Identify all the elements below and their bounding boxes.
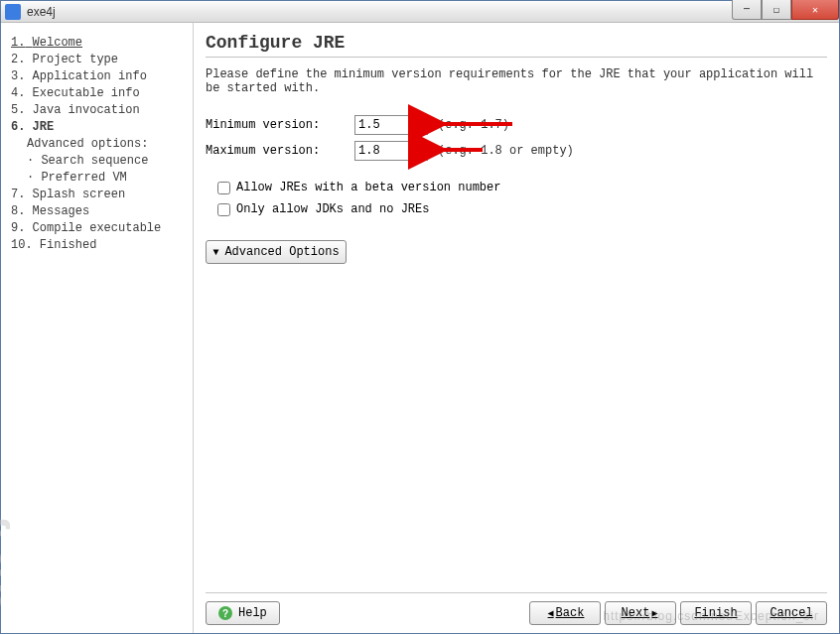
back-button[interactable]: ◀Back	[529, 601, 601, 625]
page-title: Configure JRE	[206, 33, 827, 53]
max-version-hint: (e.g. 1.8 or empty)	[438, 144, 574, 158]
advanced-options-label: Advanced Options	[224, 245, 339, 259]
sidebar: 1. Welcome 2. Project type 3. Applicatio…	[1, 23, 193, 633]
chevron-down-icon: ▼	[212, 247, 218, 258]
content-area: 1. Welcome 2. Project type 3. Applicatio…	[1, 23, 839, 633]
minimize-button[interactable]: ─	[732, 0, 762, 20]
titlebar[interactable]: exe4j ─ ☐ ✕	[1, 1, 839, 23]
only-jdk-checkbox[interactable]	[217, 203, 230, 216]
source-watermark: https://blog.csdn.net/Exception_sir	[603, 609, 819, 623]
min-version-hint: (e.g. 1.7)	[438, 118, 509, 132]
step-messages[interactable]: 8. Messages	[11, 203, 183, 220]
main-panel: Configure JRE Please define the minimum …	[193, 23, 839, 633]
beta-checkbox-row: Allow JREs with a beta version number	[217, 181, 827, 194]
help-button[interactable]: ? Help	[206, 601, 280, 625]
step-application-info[interactable]: 3. Application info	[11, 68, 183, 85]
app-window: exe4j ─ ☐ ✕ 1. Welcome 2. Project type 3…	[0, 0, 840, 634]
window-controls: ─ ☐ ✕	[732, 0, 839, 20]
close-button[interactable]: ✕	[791, 0, 839, 20]
help-icon: ?	[218, 606, 232, 620]
max-version-row: Maximum version: (e.g. 1.8 or empty)	[206, 141, 827, 161]
max-version-label: Maximum version:	[206, 144, 354, 158]
min-version-input[interactable]	[354, 115, 428, 135]
step-welcome[interactable]: 1. Welcome	[11, 35, 183, 52]
max-version-input[interactable]	[354, 141, 428, 161]
step-executable-info[interactable]: 4. Executable info	[11, 85, 183, 102]
sidebar-watermark: exe4j	[0, 519, 11, 613]
arrow-left-icon: ◀	[548, 607, 554, 619]
step-java-invocation[interactable]: 5. Java invocation	[11, 102, 183, 119]
allow-beta-checkbox[interactable]	[217, 182, 230, 194]
only-jdk-label: Only allow JDKs and no JREs	[236, 202, 429, 216]
allow-beta-label: Allow JREs with a beta version number	[236, 181, 500, 194]
min-version-label: Minimum version:	[206, 118, 354, 132]
advanced-options-header: Advanced options:	[11, 136, 183, 153]
title-divider	[206, 57, 827, 58]
help-label: Help	[238, 606, 267, 620]
page-description: Please define the minimum version requir…	[206, 67, 827, 95]
step-search-sequence[interactable]: · Search sequence	[11, 153, 183, 170]
step-splash-screen[interactable]: 7. Splash screen	[11, 187, 183, 203]
jdk-only-checkbox-row: Only allow JDKs and no JREs	[217, 202, 827, 216]
wizard-steps: 1. Welcome 2. Project type 3. Applicatio…	[11, 35, 183, 254]
step-preferred-vm[interactable]: · Preferred VM	[11, 170, 183, 187]
window-title: exe4j	[27, 5, 56, 19]
app-icon	[5, 4, 21, 20]
step-compile-executable[interactable]: 9. Compile executable	[11, 220, 183, 237]
min-version-row: Minimum version: (e.g. 1.7)	[206, 115, 827, 135]
step-jre[interactable]: 6. JRE	[11, 119, 183, 136]
maximize-button[interactable]: ☐	[762, 0, 791, 20]
advanced-options-button[interactable]: ▼ Advanced Options	[206, 240, 347, 264]
step-project-type[interactable]: 2. Project type	[11, 52, 183, 68]
step-finished[interactable]: 10. Finished	[11, 237, 183, 254]
